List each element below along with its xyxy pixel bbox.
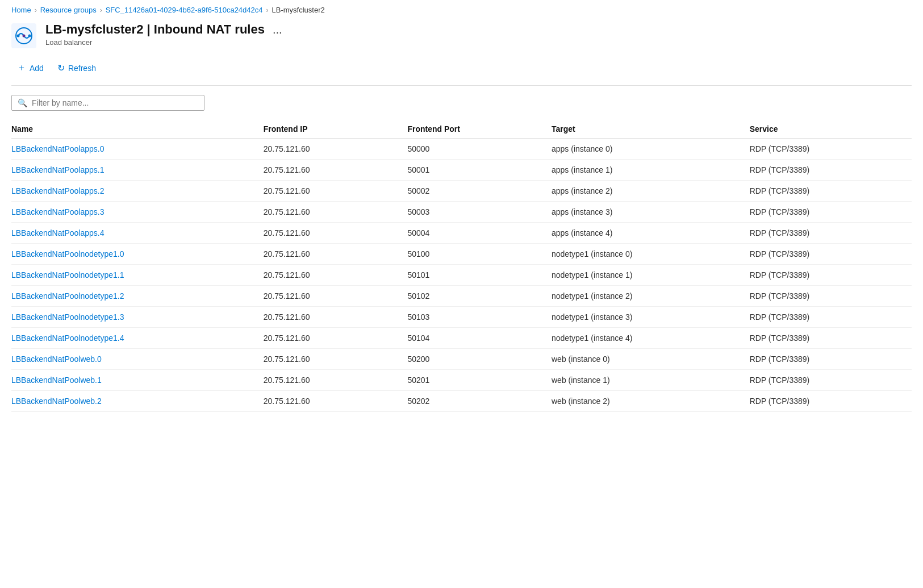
cell-frontend-ip-2: 20.75.121.60: [264, 181, 408, 202]
nat-rule-link-5[interactable]: LBBackendNatPoolnodetype1.0: [11, 249, 124, 258]
nat-rule-link-9[interactable]: LBBackendNatPoolnodetype1.4: [11, 333, 124, 343]
cell-frontend-ip-9: 20.75.121.60: [264, 328, 408, 349]
nat-rule-link-11[interactable]: LBBackendNatPoolweb.1: [11, 376, 102, 385]
page-title: LB-mysfcluster2 | Inbound NAT rules ...: [45, 22, 285, 37]
cell-frontend-port-5: 50100: [407, 244, 552, 265]
cell-target-11: web (instance 1): [552, 370, 750, 391]
add-icon: ＋: [17, 62, 26, 74]
cell-target-4: apps (instance 4): [552, 223, 750, 244]
cell-frontend-port-11: 50201: [407, 370, 552, 391]
filter-box: 🔍: [11, 95, 204, 111]
cell-name-5: LBBackendNatPoolnodetype1.0: [11, 244, 264, 265]
cell-name-6: LBBackendNatPoolnodetype1.1: [11, 265, 264, 286]
cell-name-10: LBBackendNatPoolweb.0: [11, 349, 264, 370]
breadcrumb-resource-groups[interactable]: Resource groups: [40, 6, 97, 14]
breadcrumb-home[interactable]: Home: [11, 6, 31, 14]
cell-service-3: RDP (TCP/3389): [750, 202, 912, 223]
col-header-frontend-ip: Frontend IP: [264, 120, 408, 139]
table-row: LBBackendNatPoolnodetype1.1 20.75.121.60…: [11, 265, 912, 286]
cell-service-6: RDP (TCP/3389): [750, 265, 912, 286]
breadcrumb-sep-1: ›: [35, 6, 37, 14]
cell-target-12: web (instance 2): [552, 391, 750, 412]
refresh-icon: ↻: [57, 62, 65, 73]
cell-frontend-port-6: 50101: [407, 265, 552, 286]
cell-target-9: nodetype1 (instance 4): [552, 328, 750, 349]
cell-service-7: RDP (TCP/3389): [750, 286, 912, 307]
toolbar: ＋ Add ↻ Refresh: [0, 55, 923, 85]
col-header-name: Name: [11, 120, 264, 139]
breadcrumb-sep-2: ›: [100, 6, 102, 14]
cell-target-1: apps (instance 1): [552, 160, 750, 181]
header-text: LB-mysfcluster2 | Inbound NAT rules ... …: [45, 22, 285, 47]
cell-target-0: apps (instance 0): [552, 139, 750, 160]
table-row: LBBackendNatPoolapps.2 20.75.121.60 5000…: [11, 181, 912, 202]
cell-frontend-ip-7: 20.75.121.60: [264, 286, 408, 307]
ellipsis-button[interactable]: ...: [270, 24, 285, 35]
cell-service-2: RDP (TCP/3389): [750, 181, 912, 202]
breadcrumb: Home › Resource groups › SFC_11426a01-40…: [0, 0, 923, 18]
table-body: LBBackendNatPoolapps.0 20.75.121.60 5000…: [11, 139, 912, 412]
nat-rule-link-10[interactable]: LBBackendNatPoolweb.0: [11, 355, 102, 364]
cell-service-8: RDP (TCP/3389): [750, 307, 912, 328]
table-row: LBBackendNatPoolapps.0 20.75.121.60 5000…: [11, 139, 912, 160]
nat-rule-link-4[interactable]: LBBackendNatPoolapps.4: [11, 228, 104, 237]
table-row: LBBackendNatPoolnodetype1.2 20.75.121.60…: [11, 286, 912, 307]
breadcrumb-subscription[interactable]: SFC_11426a01-4029-4b62-a9f6-510ca24d42c4: [106, 6, 263, 14]
cell-target-5: nodetype1 (instance 0): [552, 244, 750, 265]
cell-service-1: RDP (TCP/3389): [750, 160, 912, 181]
nat-rule-link-12[interactable]: LBBackendNatPoolweb.2: [11, 397, 102, 406]
page-title-text: LB-mysfcluster2 | Inbound NAT rules: [45, 22, 265, 37]
add-button[interactable]: ＋ Add: [11, 59, 49, 77]
cell-target-7: nodetype1 (instance 2): [552, 286, 750, 307]
cell-frontend-ip-10: 20.75.121.60: [264, 349, 408, 370]
nat-rule-link-6[interactable]: LBBackendNatPoolnodetype1.1: [11, 270, 124, 280]
nat-rule-link-3[interactable]: LBBackendNatPoolapps.3: [11, 207, 104, 216]
cell-name-2: LBBackendNatPoolapps.2: [11, 181, 264, 202]
cell-target-3: apps (instance 3): [552, 202, 750, 223]
refresh-button[interactable]: ↻ Refresh: [52, 59, 102, 77]
nat-rule-link-0[interactable]: LBBackendNatPoolapps.0: [11, 144, 104, 153]
nat-rule-link-1[interactable]: LBBackendNatPoolapps.1: [11, 165, 104, 174]
cell-frontend-ip-3: 20.75.121.60: [264, 202, 408, 223]
cell-name-1: LBBackendNatPoolapps.1: [11, 160, 264, 181]
svg-point-2: [17, 35, 20, 37]
cell-service-4: RDP (TCP/3389): [750, 223, 912, 244]
cell-service-12: RDP (TCP/3389): [750, 391, 912, 412]
cell-service-0: RDP (TCP/3389): [750, 139, 912, 160]
cell-frontend-ip-0: 20.75.121.60: [264, 139, 408, 160]
table-row: LBBackendNatPoolweb.0 20.75.121.60 50200…: [11, 349, 912, 370]
cell-frontend-port-8: 50103: [407, 307, 552, 328]
cell-target-10: web (instance 0): [552, 349, 750, 370]
cell-service-5: RDP (TCP/3389): [750, 244, 912, 265]
cell-frontend-port-1: 50001: [407, 160, 552, 181]
nat-rule-link-8[interactable]: LBBackendNatPoolnodetype1.3: [11, 312, 124, 322]
filter-input[interactable]: [32, 98, 198, 107]
page-subtitle: Load balancer: [45, 38, 285, 47]
col-header-frontend-port: Frontend Port: [407, 120, 552, 139]
breadcrumb-sep-3: ›: [266, 6, 269, 14]
resource-icon: [11, 23, 36, 48]
cell-name-7: LBBackendNatPoolnodetype1.2: [11, 286, 264, 307]
cell-frontend-ip-1: 20.75.121.60: [264, 160, 408, 181]
cell-frontend-port-0: 50000: [407, 139, 552, 160]
refresh-label: Refresh: [68, 64, 96, 73]
nat-rule-link-7[interactable]: LBBackendNatPoolnodetype1.2: [11, 291, 124, 301]
cell-frontend-port-4: 50004: [407, 223, 552, 244]
svg-point-3: [28, 35, 31, 37]
cell-frontend-ip-8: 20.75.121.60: [264, 307, 408, 328]
content-area: 🔍 Name Frontend IP Frontend Port Target …: [0, 86, 923, 421]
table-row: LBBackendNatPoolapps.1 20.75.121.60 5000…: [11, 160, 912, 181]
page-header: LB-mysfcluster2 | Inbound NAT rules ... …: [0, 18, 923, 55]
svg-point-4: [23, 35, 26, 37]
cell-name-8: LBBackendNatPoolnodetype1.3: [11, 307, 264, 328]
cell-name-11: LBBackendNatPoolweb.1: [11, 370, 264, 391]
table-row: LBBackendNatPoolweb.2 20.75.121.60 50202…: [11, 391, 912, 412]
nat-rule-link-2[interactable]: LBBackendNatPoolapps.2: [11, 186, 104, 195]
cell-target-6: nodetype1 (instance 1): [552, 265, 750, 286]
cell-target-2: apps (instance 2): [552, 181, 750, 202]
cell-frontend-port-9: 50104: [407, 328, 552, 349]
cell-frontend-port-2: 50002: [407, 181, 552, 202]
cell-frontend-ip-6: 20.75.121.60: [264, 265, 408, 286]
table-row: LBBackendNatPoolnodetype1.4 20.75.121.60…: [11, 328, 912, 349]
table-row: LBBackendNatPoolnodetype1.3 20.75.121.60…: [11, 307, 912, 328]
